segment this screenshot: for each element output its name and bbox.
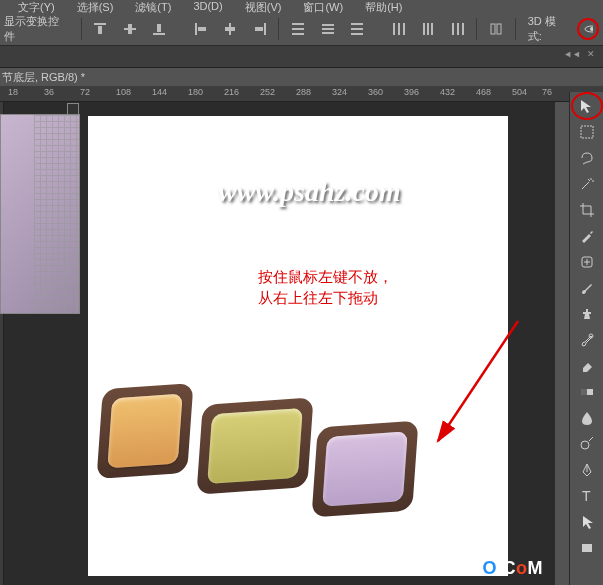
auto-align-icon[interactable] (485, 18, 507, 40)
tools-panel: T (569, 92, 603, 585)
panel-close-icon[interactable]: ✕ (587, 49, 595, 59)
menu-help[interactable]: 帮助(H) (365, 0, 402, 15)
document-canvas[interactable]: www.psahz.com 按住鼠标左键不放， 从右上往左下拖动 (88, 116, 508, 576)
blur-tool[interactable] (573, 406, 601, 430)
instruction-line2: 从右上往左下拖动 (258, 287, 393, 308)
svg-rect-31 (497, 24, 501, 34)
menu-window[interactable]: 窗口(W) (303, 0, 343, 15)
svg-text:T: T (582, 488, 591, 504)
svg-rect-42 (582, 544, 592, 552)
options-bar: 显示变换控件 3D 模式: (0, 12, 603, 46)
menu-bar: 文字(Y) 选择(S) 滤镜(T) 3D(D) 视图(V) 窗口(W) 帮助(H… (0, 0, 603, 12)
dodge-tool[interactable] (573, 432, 601, 456)
ruler-tick: 324 (332, 87, 347, 97)
ruler-tick: 216 (224, 87, 239, 97)
menu-3d[interactable]: 3D(D) (193, 0, 222, 12)
3d-char-3 (311, 421, 418, 518)
dist-hcenter-icon[interactable] (417, 18, 439, 40)
magic-wand-tool[interactable] (573, 172, 601, 196)
divider (278, 18, 279, 40)
crop-tool[interactable] (573, 198, 601, 222)
ruler-tick: 288 (296, 87, 311, 97)
orbit-3d-icon[interactable] (577, 18, 599, 40)
gradient-tool[interactable] (573, 380, 601, 404)
svg-rect-12 (292, 23, 304, 25)
panel-collapse-icon[interactable]: ◄◄ (563, 49, 581, 59)
brush-tool[interactable] (573, 276, 601, 300)
clone-stamp-tool[interactable] (573, 302, 601, 326)
align-bottom-icon[interactable] (148, 18, 170, 40)
dist-top-icon[interactable] (287, 18, 309, 40)
svg-rect-13 (292, 28, 304, 30)
svg-rect-19 (351, 28, 363, 30)
svg-rect-29 (462, 23, 464, 35)
healing-brush-tool[interactable] (573, 250, 601, 274)
3d-char-1 (96, 383, 193, 479)
divider (476, 18, 477, 40)
svg-rect-3 (128, 24, 132, 34)
ruler-tick: 360 (368, 87, 383, 97)
ruler-tick: 18 (8, 87, 18, 97)
ruler-tick: 144 (152, 87, 167, 97)
ruler-tick: 108 (116, 87, 131, 97)
svg-rect-6 (195, 23, 197, 35)
menu-filter[interactable]: 滤镜(T) (135, 0, 171, 15)
rectangle-shape-tool[interactable] (573, 536, 601, 560)
svg-rect-9 (225, 27, 235, 31)
ruler-tick: 180 (188, 87, 203, 97)
history-brush-tool[interactable] (573, 328, 601, 352)
pen-tool[interactable] (573, 458, 601, 482)
svg-rect-39 (581, 389, 587, 395)
align-hcenter-icon[interactable] (219, 18, 241, 40)
watermark-text: www.psahz.com (218, 176, 401, 208)
horizontal-ruler: 18 36 72 108 144 180 216 252 288 324 360… (0, 86, 603, 102)
eyedropper-tool[interactable] (573, 224, 601, 248)
svg-rect-26 (431, 23, 433, 35)
menu-view[interactable]: 视图(V) (245, 0, 282, 15)
3d-char-2 (196, 397, 313, 494)
svg-rect-0 (94, 23, 106, 25)
lasso-tool[interactable] (573, 146, 601, 170)
svg-rect-18 (351, 23, 363, 25)
dist-left-icon[interactable] (388, 18, 410, 40)
svg-rect-5 (157, 24, 161, 32)
dist-right-icon[interactable] (447, 18, 469, 40)
ruler-tick: 432 (440, 87, 455, 97)
svg-point-33 (590, 27, 593, 31)
align-left-icon[interactable] (190, 18, 212, 40)
document-info-bar: 节底层, RGB/8) * (0, 68, 603, 86)
svg-rect-16 (322, 28, 334, 30)
rect-marquee-tool[interactable] (573, 120, 601, 144)
instruction-text: 按住鼠标左键不放， 从右上往左下拖动 (258, 266, 393, 308)
ruler-tick: 36 (44, 87, 54, 97)
svg-rect-28 (457, 23, 459, 35)
eraser-tool[interactable] (573, 354, 601, 378)
menu-select[interactable]: 选择(S) (77, 0, 114, 15)
svg-rect-22 (398, 23, 400, 35)
svg-rect-15 (322, 24, 334, 26)
move-tool[interactable] (573, 94, 601, 118)
navigator-close-icon[interactable] (67, 103, 79, 115)
canvas-area: www.psahz.com 按住鼠标左键不放， 从右上往左下拖动 (0, 102, 555, 585)
svg-rect-25 (427, 23, 429, 35)
ruler-tick: 252 (260, 87, 275, 97)
align-vcenter-icon[interactable] (119, 18, 141, 40)
svg-rect-21 (393, 23, 395, 35)
svg-rect-30 (491, 24, 495, 34)
navigator-thumbnail[interactable] (0, 114, 80, 314)
svg-rect-14 (292, 33, 304, 35)
path-select-tool[interactable] (573, 510, 601, 534)
svg-rect-35 (581, 126, 593, 138)
align-right-icon[interactable] (249, 18, 271, 40)
type-tool[interactable]: T (573, 484, 601, 508)
svg-rect-27 (452, 23, 454, 35)
align-top-icon[interactable] (89, 18, 111, 40)
document-tab-strip: ◄◄ ✕ (0, 46, 603, 68)
dist-vcenter-icon[interactable] (317, 18, 339, 40)
divider (81, 18, 82, 40)
mode-3d-label: 3D 模式: (528, 14, 569, 44)
divider (515, 18, 516, 40)
ruler-tick: 72 (80, 87, 90, 97)
3d-text-group[interactable] (100, 356, 500, 556)
dist-bottom-icon[interactable] (346, 18, 368, 40)
